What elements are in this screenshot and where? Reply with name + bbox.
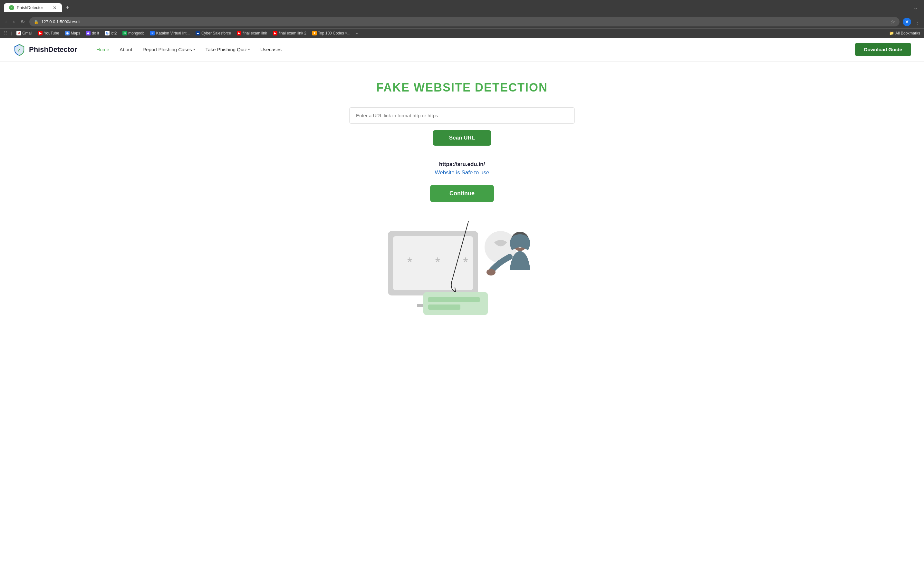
- youtube-icon: ▶: [38, 31, 43, 35]
- bookmark-doit[interactable]: ◆ do it: [84, 30, 102, 36]
- bookmark-cyber[interactable]: ☁ Cyber Salesforce: [193, 30, 234, 36]
- nav-quiz-dropdown[interactable]: Take Phishing Quiz ▾: [206, 47, 250, 52]
- bookmark-top100[interactable]: ★ Top 100 Codes »...: [310, 30, 353, 36]
- bookmark-gmail[interactable]: M Gmail: [14, 30, 35, 36]
- tab-bar: ✓ PhishDetector ✕ + ⌄: [0, 0, 924, 15]
- url-input[interactable]: [349, 107, 575, 124]
- nav-quiz-label: Take Phishing Quiz: [206, 47, 247, 52]
- scan-url-button[interactable]: Scan URL: [433, 130, 491, 146]
- doit-icon: ◆: [86, 31, 91, 35]
- forward-button[interactable]: ›: [12, 17, 16, 26]
- nav-report-label: Report Phishing Cases: [142, 47, 192, 52]
- svg-rect-10: [428, 297, 480, 302]
- new-tab-button[interactable]: +: [63, 3, 72, 13]
- bookmarks-bar: ⠿ | M Gmail ▶ YouTube ◉ Maps ◆ do it G i…: [0, 28, 924, 38]
- lock-icon: 🔒: [34, 20, 39, 24]
- browser-toolbar: ‹ › ↻ 🔒 127.0.0.1:5000/result ☆ V ⋮: [0, 15, 924, 28]
- result-status-text: Website is Safe to use: [7, 170, 917, 176]
- svg-rect-9: [423, 292, 488, 315]
- bookmark-divider: |: [11, 31, 12, 35]
- back-button[interactable]: ‹: [4, 17, 8, 26]
- address-bar[interactable]: 🔒 127.0.0.1:5000/result ☆: [29, 17, 899, 26]
- illustration-container: * * *: [0, 221, 924, 318]
- bookmark-finalexam2[interactable]: ▶ final exam link 2: [270, 30, 309, 36]
- logo[interactable]: ✓ PhishDetector: [13, 43, 77, 56]
- bookmark-mongodb[interactable]: m mongodb: [120, 30, 147, 36]
- all-bookmarks-button[interactable]: 📁 All Bookmarks: [889, 31, 920, 35]
- browser-menu-button[interactable]: ⋮: [914, 18, 920, 25]
- download-guide-button[interactable]: Download Guide: [855, 43, 911, 56]
- result-container: https://sru.edu.in/ Website is Safe to u…: [7, 161, 917, 176]
- active-tab[interactable]: ✓ PhishDetector ✕: [4, 3, 62, 12]
- hero-section: FAKE WEBSITE DETECTION Scan URL https://…: [0, 61, 924, 208]
- bookmark-ict2[interactable]: G ict2: [102, 30, 120, 36]
- bookmark-finalexam1[interactable]: ▶ final exam link: [234, 30, 270, 36]
- reload-button[interactable]: ↻: [19, 17, 26, 26]
- katalon-icon: K: [150, 31, 155, 35]
- logo-icon: ✓: [13, 43, 26, 56]
- result-url-text: https://sru.edu.in/: [7, 161, 917, 168]
- nav-home[interactable]: Home: [96, 47, 109, 52]
- cyber-icon: ☁: [196, 31, 200, 35]
- scan-button-container: Scan URL: [7, 130, 917, 153]
- svg-point-15: [486, 269, 496, 275]
- bookmark-katalon[interactable]: K Katalon Virtual Int...: [148, 30, 192, 36]
- svg-text:✓: ✓: [17, 48, 21, 53]
- maps-icon: ◉: [65, 31, 69, 35]
- continue-button-container: Continue: [7, 185, 917, 202]
- nav-links: Home About Report Phishing Cases ▾ Take …: [96, 47, 282, 52]
- apps-icon[interactable]: ⠿: [4, 31, 7, 36]
- svg-text:* * *: * * *: [407, 255, 478, 269]
- url-text: 127.0.0.1:5000/result: [41, 19, 81, 24]
- bookmark-star-icon[interactable]: ☆: [891, 19, 895, 25]
- website-content: ✓ PhishDetector Home About Report Phishi…: [0, 38, 924, 580]
- tab-close-button[interactable]: ✕: [53, 5, 57, 10]
- bookmarks-more-button[interactable]: »: [354, 30, 360, 36]
- browser-profile-avatar[interactable]: V: [903, 18, 911, 26]
- nav-report-dropdown[interactable]: Report Phishing Cases ▾: [142, 47, 195, 52]
- ict2-icon: G: [105, 31, 110, 35]
- tab-favicon: ✓: [9, 5, 14, 10]
- navbar: ✓ PhishDetector Home About Report Phishi…: [0, 38, 924, 61]
- browser-chrome: ✓ PhishDetector ✕ + ⌄ ‹ › ↻ 🔒 127.0.0.1:…: [0, 0, 924, 38]
- hero-title: FAKE WEBSITE DETECTION: [7, 81, 917, 94]
- logo-text: PhishDetector: [29, 45, 77, 54]
- continue-button[interactable]: Continue: [430, 185, 494, 202]
- report-chevron-icon: ▾: [193, 47, 195, 51]
- bookmark-maps[interactable]: ◉ Maps: [63, 30, 83, 36]
- gmail-icon: M: [16, 31, 21, 35]
- bookmarks-folder-icon: 📁: [889, 31, 894, 35]
- bookmark-youtube[interactable]: ▶ YouTube: [35, 30, 61, 36]
- finalexam1-icon: ▶: [237, 31, 241, 35]
- phishing-illustration: * * *: [372, 221, 552, 318]
- finalexam2-icon: ▶: [273, 31, 277, 35]
- svg-rect-11: [428, 305, 460, 310]
- nav-about[interactable]: About: [120, 47, 132, 52]
- tab-title: PhishDetector: [17, 5, 43, 10]
- quiz-chevron-icon: ▾: [248, 47, 250, 51]
- tab-expand-button[interactable]: ⌄: [911, 3, 920, 12]
- mongodb-icon: m: [122, 31, 127, 35]
- url-input-container: [349, 107, 575, 124]
- nav-right: Download Guide: [855, 43, 911, 56]
- nav-usecases[interactable]: Usecases: [260, 47, 282, 52]
- top100-icon: ★: [312, 31, 317, 35]
